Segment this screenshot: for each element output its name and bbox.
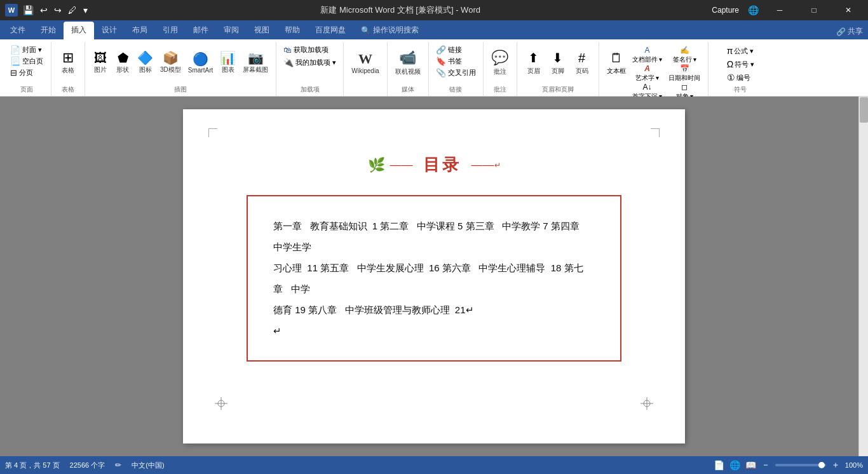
tab-file[interactable]: 文件 — [3, 22, 33, 39]
chart-label: 图表 — [222, 65, 234, 74]
doc-parts-button[interactable]: A 文档部件 ▾ — [630, 44, 665, 62]
picture-button[interactable]: 🖼 图片 — [90, 44, 111, 81]
search-label[interactable]: 操作说明搜索 — [373, 25, 419, 36]
signature-button[interactable]: ✍ 签名行 ▾ — [666, 44, 703, 62]
textbox-icon: 🗒 — [610, 51, 623, 65]
shape-button[interactable]: ⬟ 形状 — [112, 44, 133, 81]
3d-model-button[interactable]: 📦 3D模型 — [158, 44, 184, 81]
shape-icon: ⬟ — [118, 51, 128, 64]
hf-group-label: 页眉和页脚 — [542, 85, 574, 96]
document-page[interactable]: 🌿 —— 目录 —— ↵ 第一章 教育基础知识 1 第二章 中学课程 5 第三章… — [183, 109, 685, 444]
scrollbar-thumb[interactable] — [860, 97, 868, 123]
media-group-label: 媒体 — [402, 85, 414, 96]
draw-quick-btn[interactable]: 🖊 — [67, 4, 78, 17]
hyperlink-button[interactable]: 🔗 链接 — [434, 44, 478, 55]
icons-button[interactable]: 🔷 图标 — [135, 44, 156, 81]
tab-references[interactable]: 引用 — [155, 22, 186, 39]
zoom-thumb[interactable] — [818, 462, 825, 468]
page-break-label: 分页 — [19, 68, 33, 78]
page-info: 第 4 页，共 57 页 — [5, 461, 60, 470]
hyperlink-label: 链接 — [448, 45, 462, 55]
tab-home[interactable]: 开始 — [33, 22, 64, 39]
blank-page-label: 空白页 — [22, 57, 43, 66]
cross-ref-button[interactable]: 📎 交叉引用 — [434, 67, 478, 78]
view-normal-icon[interactable]: 📄 — [714, 460, 724, 470]
header-label: 页眉 — [527, 67, 540, 76]
share-label[interactable]: 共享 — [848, 26, 863, 37]
table-button[interactable]: ⊞ 表格 — [57, 44, 79, 81]
online-video-button[interactable]: 📹 联机视频 — [393, 44, 423, 81]
my-addins-button[interactable]: 🔌 我的加载项 ▾ — [281, 57, 338, 68]
tab-insert[interactable]: 插入 — [64, 22, 94, 39]
toc-box[interactable]: 第一章 教育基础知识 1 第二章 中学课程 5 第三章 中学教学 7 第四章 中… — [247, 195, 621, 362]
search-magnify-icon: 🔍 — [361, 26, 370, 35]
window-title: 新建 Microsoft Word 文档 [兼容模式] - Word — [89, 4, 712, 16]
restore-button[interactable]: □ — [799, 0, 829, 20]
formula-label: 公式 ▾ — [734, 46, 754, 56]
group-header-footer: ⬆ 页眉 ⬇ 页脚 # 页码 页眉和页脚 — [517, 42, 599, 96]
wikipedia-button[interactable]: W Wikipedia — [349, 44, 381, 81]
comment-icon: 💬 — [491, 50, 508, 66]
get-addins-button[interactable]: 🛍 获取加载项 — [281, 44, 330, 55]
symbol-button[interactable]: Ω 符号 ▾ — [724, 58, 757, 71]
title-bar-right: Capture 🌐 ─ □ ✕ — [712, 0, 863, 20]
tab-layout[interactable]: 布局 — [125, 22, 155, 39]
title-underline-left: —— — [390, 158, 413, 172]
ribbon-tabs: 文件 开始 插入 设计 布局 引用 邮件 审阅 视图 帮助 百度网盘 🔍 操作说… — [0, 20, 868, 39]
bookmark-button[interactable]: 🔖 书签 — [434, 56, 478, 67]
tab-review[interactable]: 审阅 — [216, 22, 247, 39]
minimize-button[interactable]: ─ — [765, 0, 794, 20]
tab-design[interactable]: 设计 — [94, 22, 125, 39]
cover-page-icon: 📄 — [10, 45, 20, 55]
datetime-icon: 📅 — [680, 64, 689, 73]
textbox-button[interactable]: 🗒 文本框 — [604, 44, 628, 81]
datetime-button[interactable]: 📅 日期和时间 — [666, 63, 703, 81]
language: 中文(中国) — [132, 461, 164, 470]
comment-button[interactable]: 💬 批注 — [489, 44, 512, 81]
ribbon-toolbar: 📄 封面 ▾ 📃 空白页 ⊟ 分页 页面 ⊞ 表格 表格 � — [0, 39, 868, 97]
vertical-scrollbar[interactable] — [858, 97, 868, 456]
smartart-label: SmartArt — [188, 67, 213, 74]
textbox-label: 文本框 — [607, 67, 626, 76]
group-wikipedia: W Wikipedia — [344, 42, 387, 96]
view-read-icon[interactable]: 📖 — [745, 460, 756, 470]
wordart-button[interactable]: A 艺术字 ▾ — [630, 63, 665, 81]
undo-quick-btn[interactable]: ↩ — [39, 4, 49, 17]
status-right: 📄 🌐 📖 － ＋ 100% — [714, 459, 863, 471]
page-break-button[interactable]: ⊟ 分页 — [8, 67, 36, 78]
title-underline-right: —— — [471, 158, 494, 172]
page-number-label: 页码 — [576, 67, 588, 76]
footer-button[interactable]: ⬇ 页脚 — [546, 44, 569, 81]
formula-button[interactable]: π 公式 ▾ — [724, 44, 757, 57]
tab-help[interactable]: 帮助 — [277, 22, 308, 39]
page-number-button[interactable]: # 页码 — [571, 44, 593, 81]
header-button[interactable]: ⬆ 页眉 — [522, 44, 545, 81]
smartart-button[interactable]: 🔵 SmartArt — [186, 44, 215, 81]
close-button[interactable]: ✕ — [834, 0, 863, 20]
screenshot-button[interactable]: 📷 屏幕截图 — [240, 44, 271, 81]
cover-page-button[interactable]: 📄 封面 ▾ — [8, 44, 44, 55]
page-number-icon: # — [578, 51, 585, 65]
chain-icon: 🔗 — [436, 45, 446, 55]
view-web-icon[interactable]: 🌐 — [729, 460, 740, 470]
zoom-in-btn[interactable]: ＋ — [831, 459, 840, 471]
chart-icon: 📊 — [220, 51, 236, 64]
title-decoration-icon: 🌿 — [368, 157, 385, 173]
redo-quick-btn[interactable]: ↪ — [53, 4, 63, 17]
tab-view[interactable]: 视图 — [247, 22, 277, 39]
numbering-button[interactable]: ① 编号 — [724, 71, 757, 84]
cross-ref-label: 交叉引用 — [448, 68, 476, 78]
zoom-slider[interactable] — [775, 464, 826, 466]
tab-mailings[interactable]: 邮件 — [186, 22, 216, 39]
title-bar-left: W 💾 ↩ ↪ 🖊 ▾ — [5, 4, 89, 17]
dropdown-quick-btn[interactable]: ▾ — [82, 4, 89, 17]
group-comments: 💬 批注 批注 — [484, 42, 517, 96]
numbering-label: 编号 — [736, 73, 750, 83]
bookmark-icon: 🔖 — [436, 57, 446, 66]
zoom-out-btn[interactable]: － — [761, 459, 770, 471]
tab-search[interactable]: 🔍 操作说明搜索 — [353, 22, 426, 39]
save-quick-btn[interactable]: 💾 — [22, 4, 35, 17]
chart-button[interactable]: 📊 图表 — [217, 44, 238, 81]
blank-page-button[interactable]: 📃 空白页 — [8, 56, 46, 67]
tab-baidu[interactable]: 百度网盘 — [308, 22, 353, 39]
